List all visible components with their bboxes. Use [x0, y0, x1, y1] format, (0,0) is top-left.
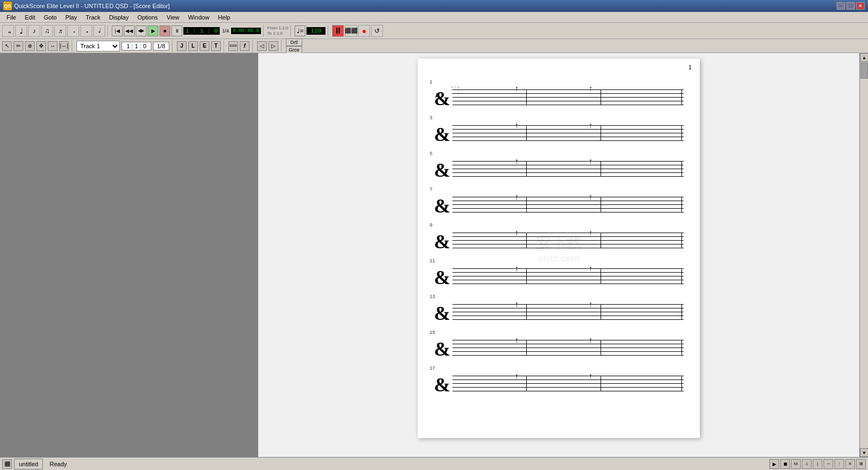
score-area[interactable]: 1 安下载 anxz.com 1 A ⋮ & [258, 53, 859, 457]
menu-track[interactable]: Track [81, 13, 105, 22]
taskbar-label: untitled [19, 461, 38, 467]
status-play-icon[interactable]: ▶ [769, 459, 779, 469]
scroll-thumb[interactable] [860, 62, 868, 79]
rewind-button[interactable]: |◀ [112, 25, 123, 36]
sl-2-4 [452, 137, 684, 137]
menu-options[interactable]: Options [133, 13, 162, 22]
grace-bot: Grce [286, 46, 302, 54]
menu-display[interactable]: Display [105, 13, 133, 22]
click-button[interactable]: ⬛⬛ [345, 25, 357, 37]
resize-tool[interactable]: |↔| [59, 41, 69, 51]
taskbar-untitled[interactable]: untitled [14, 459, 43, 469]
staff-row-5: & ↑ ↑ [434, 229, 684, 253]
close-button[interactable]: ✕ [856, 2, 865, 10]
play-button[interactable]: ▶ [148, 25, 158, 36]
sl-4-2 [452, 201, 684, 201]
staff-line-1-4 [452, 101, 684, 101]
pause-button[interactable]: ⏸ [171, 25, 182, 36]
maximize-button[interactable]: □ [846, 2, 855, 10]
note-value-btn-2[interactable]: ♩ [15, 25, 27, 37]
menu-view[interactable]: View [162, 13, 184, 22]
staff-line-1-2 [452, 93, 684, 94]
sl-7-4 [452, 316, 684, 316]
staff-row-1: ⋮ & ↑ ↑ [434, 86, 684, 110]
treble-clef-2: & [434, 125, 450, 144]
note-value-btn-5[interactable]: ♬ [54, 25, 66, 37]
arrow-tool[interactable]: ↔ [48, 41, 58, 51]
treble-clef-6: & [434, 268, 450, 287]
play-back-button[interactable]: ◀▶ [136, 25, 146, 36]
measure-num-13: 13 [430, 294, 435, 299]
dynamic-tool[interactable]: f [240, 41, 250, 51]
staff-row-9: & ↑ ↑ [434, 372, 684, 396]
status-btn-5[interactable]: | [813, 459, 822, 469]
menu-window[interactable]: Window [184, 13, 214, 22]
staff-system-2: 3 & ↑ ↑ [434, 121, 684, 145]
status-btn-4[interactable]: ♫ [802, 459, 812, 469]
tempo-tap-button[interactable]: ♩= [295, 25, 305, 36]
separator-4 [328, 25, 330, 37]
bl-5-1 [526, 233, 527, 248]
status-icon-1[interactable]: ⬛ [2, 459, 12, 469]
metronome-button[interactable]: ⏸ [332, 25, 344, 37]
duration-display: 1/8 [153, 42, 169, 50]
note-value-btn-6[interactable]: 𝅗 [67, 25, 79, 37]
note-j-button[interactable]: J [177, 41, 187, 51]
staff-system-8: 15 & ↑ ↑ [434, 336, 684, 360]
status-stop-icon[interactable]: ⏹ [780, 459, 790, 469]
bl-9-2 [601, 376, 601, 391]
note-value-btn-3[interactable]: ♪ [28, 25, 40, 37]
status-btn-9[interactable]: ⊞ [856, 459, 866, 469]
staff-tool[interactable]: ≡≡≡ [228, 41, 238, 51]
status-btn-8[interactable]: ≡ [845, 459, 855, 469]
note-e-button[interactable]: E [200, 41, 209, 51]
staff-system-1: 1 A ⋮ & [434, 86, 684, 110]
minimize-button[interactable]: ─ [837, 2, 845, 10]
arr-5-1: ↑ [515, 228, 519, 237]
separator-2 [263, 25, 265, 37]
record-button[interactable]: ● [358, 25, 370, 37]
loop-button[interactable]: ↺ [371, 25, 383, 37]
menu-goto[interactable]: Goto [40, 13, 61, 22]
time-counter: 0:00:00.0 [231, 28, 261, 34]
select-tool[interactable]: ↖ [2, 41, 12, 51]
scroll-up-button[interactable]: ▲ [860, 53, 868, 62]
note-t-button[interactable]: T [211, 41, 221, 51]
arr-9-1: ↑ [515, 371, 519, 380]
eraser-tool[interactable]: ⊕ [25, 41, 35, 51]
arr-5-2: ↑ [589, 228, 592, 237]
menu-play[interactable]: Play [61, 13, 81, 22]
vertical-scrollbar[interactable]: ▲ ▼ [859, 53, 868, 457]
track-dropdown[interactable]: Track 1 Track 2 Track 3 [76, 41, 120, 51]
bl-6-3 [681, 268, 682, 284]
scroll-down-button[interactable]: ▼ [860, 448, 868, 457]
stop-button[interactable]: ■ [159, 25, 170, 36]
arr-6-1: ↑ [515, 264, 519, 273]
status-btn-6[interactable]: ↔ [824, 459, 833, 469]
pencil-tool[interactable]: ✏ [14, 41, 23, 51]
left-tool[interactable]: ◁ [257, 41, 267, 51]
status-ready: Ready [45, 461, 767, 467]
staff-row-8: & ↑ ↑ [434, 336, 684, 360]
note-value-btn-7[interactable]: 𝅘 [80, 25, 92, 37]
note-value-btn-8[interactable]: ♩ [93, 25, 105, 37]
note-l-button[interactable]: L [188, 41, 198, 51]
menu-help[interactable]: Help [214, 13, 235, 22]
status-btn-7[interactable]: ⋮ [834, 459, 844, 469]
note-value-btn-1[interactable]: 𝅝 [2, 25, 14, 37]
staff-lines-3: ↑ ↑ [452, 161, 684, 177]
status-left: ⬛ untitled [0, 459, 45, 469]
staff-lines-6: ↑ ↑ [452, 268, 684, 285]
bl-6-2 [601, 268, 601, 284]
staff-line-1-3 [452, 97, 684, 98]
status-midi-icon[interactable]: M [791, 459, 801, 469]
move-tool[interactable]: ✥ [36, 41, 46, 51]
sl-6-2 [452, 272, 684, 273]
back-button[interactable]: ◀◀ [124, 25, 135, 36]
note-value-btn-4[interactable]: ♫ [41, 25, 53, 37]
bl-6-1 [526, 268, 527, 284]
menu-edit[interactable]: Edit [21, 13, 40, 22]
bl-2-2 [601, 125, 601, 141]
right-tool[interactable]: ▷ [269, 41, 278, 51]
menu-file[interactable]: File [2, 13, 21, 22]
